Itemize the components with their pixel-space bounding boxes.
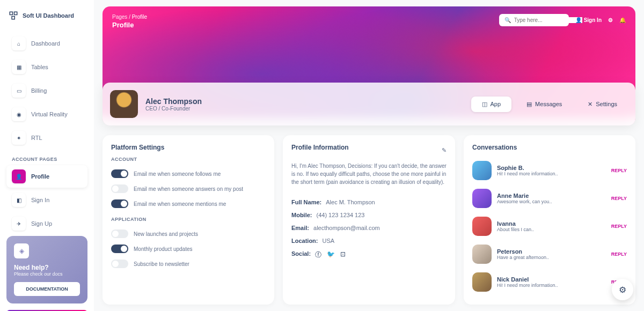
home-icon: ⌂ bbox=[12, 36, 26, 50]
mobile-value: (44) 123 1234 123 bbox=[317, 212, 365, 218]
sidebar: Soft UI Dashboard ⌂Dashboard ▦Tables ▭Bi… bbox=[0, 0, 94, 311]
toggle-updates: Monthly product updates bbox=[111, 241, 266, 256]
conversations-title: Conversations bbox=[472, 144, 627, 151]
account-section-label: ACCOUNT PAGES bbox=[12, 157, 87, 162]
search-input[interactable] bbox=[514, 17, 582, 23]
nav-rtl[interactable]: ✦RTL bbox=[6, 127, 87, 149]
topbar: 🔍 👤Sign In ⚙ 🔔 bbox=[499, 14, 626, 26]
platform-settings-card: Platform Settings ACCOUNT Email me when … bbox=[103, 135, 274, 305]
avatar bbox=[472, 272, 492, 292]
tab-settings[interactable]: ✕Settings bbox=[577, 97, 628, 112]
fullname-key: Full Name: bbox=[291, 199, 321, 205]
signin-link[interactable]: 👤Sign In bbox=[575, 17, 602, 23]
conversation-item: IvannaAbout files I can..REPLY bbox=[472, 212, 627, 240]
settings-title: Platform Settings bbox=[111, 144, 266, 151]
help-card: ◈ Need help? Please check our docs DOCUM… bbox=[6, 236, 87, 303]
configurator-fab[interactable]: ⚙ bbox=[612, 279, 633, 300]
nav-profile[interactable]: 👤Profile bbox=[6, 165, 87, 188]
diamond-icon: ◈ bbox=[14, 243, 29, 258]
signin-icon: ◧ bbox=[12, 193, 26, 207]
toggle-switch[interactable] bbox=[111, 260, 128, 268]
search-icon: 🔍 bbox=[504, 17, 511, 23]
facebook-icon[interactable]: ⓕ bbox=[315, 250, 321, 260]
bio-text: Hi, I'm Alec Thompson, Decisions: If you… bbox=[291, 162, 447, 186]
profile-tabs: ◫App ▤Messages ✕Settings bbox=[471, 97, 628, 112]
profile-name: Alec Thompson bbox=[145, 97, 202, 106]
nav-signin[interactable]: ◧Sign In bbox=[6, 189, 87, 211]
reply-button[interactable]: REPLY bbox=[611, 224, 627, 229]
breadcrumb-current: Profile bbox=[132, 14, 147, 20]
tab-messages[interactable]: ▤Messages bbox=[516, 97, 573, 112]
signup-icon: ✈ bbox=[12, 217, 26, 231]
documentation-button[interactable]: DOCUMENTATION bbox=[14, 282, 80, 296]
avatar bbox=[472, 189, 492, 208]
brand-text: Soft UI Dashboard bbox=[23, 12, 74, 19]
cube-icon: ◫ bbox=[482, 101, 487, 108]
tools-icon: ✕ bbox=[588, 101, 592, 108]
logo-icon bbox=[9, 11, 18, 20]
conversation-item: Anne MarieAwesome work, can you..REPLY bbox=[472, 184, 627, 212]
twitter-icon[interactable]: 🐦 bbox=[327, 250, 335, 260]
nav-signup[interactable]: ✈Sign Up bbox=[6, 212, 87, 235]
user-icon: 👤 bbox=[575, 17, 582, 23]
help-title: Need help? bbox=[14, 264, 80, 271]
main-content: Pages / Profile Profile 🔍 👤Sign In ⚙ 🔔 A… bbox=[94, 0, 644, 311]
tab-app[interactable]: ◫App bbox=[471, 97, 512, 112]
doc-icon: ▤ bbox=[526, 101, 532, 108]
brand[interactable]: Soft UI Dashboard bbox=[6, 11, 87, 20]
profile-info-card: Profile Information ✎ Hi, I'm Alec Thomp… bbox=[283, 135, 455, 305]
cards-row: Platform Settings ACCOUNT Email me when … bbox=[103, 135, 635, 305]
svg-rect-0 bbox=[10, 12, 12, 14]
rtl-icon: ✦ bbox=[12, 131, 26, 145]
bell-icon[interactable]: 🔔 bbox=[619, 17, 626, 23]
instagram-icon[interactable]: ⊡ bbox=[340, 250, 346, 260]
toggle-follows: Email me when someone follows me bbox=[111, 166, 266, 181]
user-icon: 👤 bbox=[12, 169, 26, 183]
mobile-key: Mobile: bbox=[291, 212, 312, 218]
toggle-switch[interactable] bbox=[111, 169, 128, 178]
svg-rect-1 bbox=[14, 12, 17, 14]
grid-icon: ▦ bbox=[12, 60, 26, 74]
profile-identity: Alec Thompson CEO / Co-Founder bbox=[145, 97, 202, 112]
email-value: alecthompson@mail.com bbox=[313, 225, 380, 231]
reply-button[interactable]: REPLY bbox=[611, 168, 627, 173]
reply-button[interactable]: REPLY bbox=[611, 196, 627, 201]
toggle-answers: Email me when someone answers on my post bbox=[111, 181, 266, 196]
breadcrumb-root[interactable]: Pages bbox=[112, 14, 127, 20]
toggle-newsletter: Subscribe to newsletter bbox=[111, 256, 266, 271]
profile-header-card: Alec Thompson CEO / Co-Founder ◫App ▤Mes… bbox=[103, 83, 635, 125]
toggle-switch[interactable] bbox=[111, 199, 128, 208]
vr-icon: ◉ bbox=[12, 107, 26, 121]
toggle-switch[interactable] bbox=[111, 184, 128, 193]
card-icon: ▭ bbox=[12, 84, 26, 98]
application-label: APPLICATION bbox=[111, 217, 266, 222]
settings-icon[interactable]: ⚙ bbox=[608, 17, 613, 23]
conversation-item: Sophie B.Hi! I need more information..RE… bbox=[472, 157, 627, 184]
svg-rect-2 bbox=[12, 17, 14, 19]
search-box[interactable]: 🔍 bbox=[499, 14, 569, 26]
profile-role: CEO / Co-Founder bbox=[145, 106, 202, 112]
location-key: Location: bbox=[291, 238, 318, 244]
nav-dashboard[interactable]: ⌂Dashboard bbox=[6, 32, 87, 55]
conversations-card: Conversations Sophie B.Hi! I need more i… bbox=[464, 135, 635, 305]
account-label: ACCOUNT bbox=[111, 157, 266, 162]
conversation-item: Nick DanielHi! I need more information..… bbox=[472, 268, 627, 296]
avatar bbox=[110, 90, 138, 118]
nav-tables[interactable]: ▦Tables bbox=[6, 56, 87, 78]
avatar bbox=[472, 245, 492, 264]
edit-icon[interactable]: ✎ bbox=[442, 147, 447, 154]
toggle-switch[interactable] bbox=[111, 245, 128, 253]
gear-icon: ⚙ bbox=[619, 285, 626, 295]
avatar bbox=[472, 217, 492, 236]
reply-button[interactable]: REPLY bbox=[611, 251, 627, 257]
toggle-switch[interactable] bbox=[111, 229, 128, 238]
nav-vr[interactable]: ◉Virtual Reality bbox=[6, 103, 87, 125]
social-key: Social: bbox=[291, 250, 311, 260]
toggle-mentions: Email me when someone mentions me bbox=[111, 196, 266, 211]
toggle-launches: New launches and projects bbox=[111, 226, 266, 241]
location-value: USA bbox=[323, 238, 335, 244]
email-key: Email: bbox=[291, 225, 309, 231]
nav-billing[interactable]: ▭Billing bbox=[6, 79, 87, 102]
conversation-item: PetersonHave a great afternoon..REPLY bbox=[472, 240, 627, 268]
avatar bbox=[472, 161, 492, 180]
